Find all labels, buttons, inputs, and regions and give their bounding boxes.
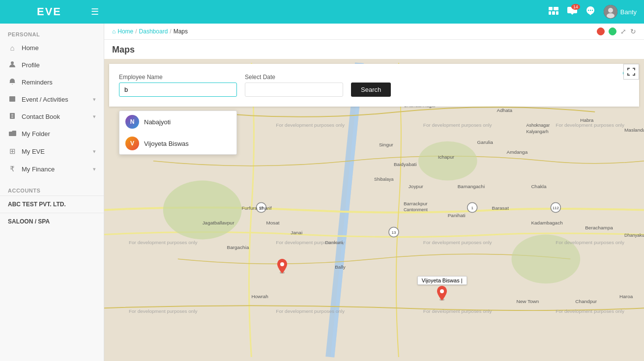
menu-toggle[interactable]: ☰: [91, 6, 99, 17]
sidebar-item-my-finance[interactable]: ₹ My Finance ▾: [0, 160, 104, 178]
breadcrumb-sep1: /: [135, 28, 137, 35]
svg-text:New Town: New Town: [516, 299, 539, 304]
search-button[interactable]: Search: [351, 83, 391, 97]
breadcrumb: ⌂ Home / Dashboard / Maps ⤢ ↻: [104, 24, 644, 40]
search-panel: Employee Name Select Date Search N: [109, 64, 639, 107]
breadcrumb-home-label[interactable]: Home: [117, 28, 133, 35]
sidebar-item-event-label: Event / Activities: [22, 96, 68, 103]
svg-rect-16: [9, 96, 15, 102]
svg-rect-0: [549, 7, 553, 10]
svg-point-84: [440, 289, 444, 293]
svg-text:For development purposes only: For development purposes only: [423, 240, 492, 245]
svg-text:112: 112: [553, 206, 559, 211]
svg-rect-4: [556, 11, 558, 15]
finance-chevron-icon: ▾: [93, 166, 96, 172]
fullscreen-button[interactable]: [623, 64, 639, 80]
suggestion-nabajyoti[interactable]: N Nabajyoti: [119, 111, 236, 133]
svg-marker-6: [571, 13, 574, 15]
svg-text:For development purposes only: For development purposes only: [276, 122, 345, 128]
svg-text:For development purposes only: For development purposes only: [276, 308, 345, 314]
my-eve-icon: ⊞: [8, 147, 17, 156]
messages-icon-btn[interactable]: 14: [567, 7, 577, 17]
card-icon-btn[interactable]: [549, 7, 558, 17]
profile-icon: [8, 61, 17, 69]
svg-point-9: [590, 9, 591, 10]
svg-text:Amdanga: Amdanga: [507, 149, 528, 155]
username-label: Banty: [620, 8, 637, 16]
map-pin-vijoyeta[interactable]: Vijoyeta Biswas |: [417, 276, 467, 301]
user-avatar[interactable]: Banty: [604, 5, 637, 19]
svg-text:Kalyangarh: Kalyangarh: [526, 129, 548, 134]
page-title: Maps: [112, 45, 135, 55]
bc-red-circle[interactable]: [597, 28, 605, 35]
svg-point-23: [418, 141, 477, 181]
event-icon: [8, 95, 17, 104]
home-icon: ⌂: [8, 44, 17, 52]
bc-green-circle[interactable]: [609, 28, 616, 35]
employee-name-group: Employee Name: [119, 74, 237, 97]
svg-text:For development purposes only: For development purposes only: [129, 240, 198, 245]
suggestion-vijoyeta[interactable]: V Vijoyeta Biswas: [119, 133, 236, 154]
account-abc-label: ABC TEST PVT. LTD.: [8, 201, 66, 208]
suggestions-dropdown: N Nabajyoti V Vijoyeta Biswas: [119, 111, 237, 155]
sidebar-item-my-eve[interactable]: ⊞ My EVE ▾: [0, 142, 104, 160]
svg-point-82: [280, 262, 284, 266]
event-chevron-icon: ▾: [93, 96, 96, 103]
svg-text:Ichapur: Ichapur: [438, 154, 455, 160]
svg-text:For development purposes only: For development purposes only: [276, 240, 345, 245]
account-abc-test[interactable]: ABC TEST PVT. LTD.: [0, 195, 104, 213]
svg-text:For development purposes only: For development purposes only: [129, 308, 198, 314]
app-brand: EVE: [7, 5, 91, 18]
sidebar-item-home[interactable]: ⌂ Home: [0, 39, 104, 56]
sidebar-item-event-activities[interactable]: Event / Activities ▾: [0, 91, 104, 108]
svg-text:Baidyabati: Baidyabati: [394, 162, 417, 167]
sidebar-item-profile-label: Profile: [22, 61, 40, 69]
sidebar-item-myeve-label: My EVE: [22, 148, 45, 155]
bc-expand-icon[interactable]: ⤢: [620, 28, 626, 35]
svg-text:Haroa: Haroa: [619, 294, 633, 299]
suggestion-nabajyoti-name: Nabajyoti: [144, 118, 171, 126]
svg-text:Maslandapur: Maslandapur: [624, 127, 644, 133]
breadcrumb-home-icon[interactable]: ⌂: [112, 28, 116, 35]
avatar-nabajyoti: N: [125, 115, 139, 129]
svg-point-14: [607, 13, 615, 18]
sidebar-item-reminders[interactable]: Reminders: [0, 74, 104, 91]
svg-text:For development purposes only: For development purposes only: [556, 308, 624, 314]
sidebar-item-contact-label: Contact Book: [22, 113, 60, 120]
sidebar-item-profile[interactable]: Profile: [0, 56, 104, 74]
chat-icon-btn[interactable]: [586, 6, 595, 18]
svg-rect-3: [552, 11, 555, 15]
finance-icon: ₹: [8, 165, 17, 173]
breadcrumb-dashboard[interactable]: Dashboard: [139, 28, 168, 35]
svg-marker-11: [588, 13, 592, 15]
svg-text:Bamangachi: Bamangachi: [458, 184, 485, 189]
svg-text:Furfura Sharif: Furfura Sharif: [241, 206, 271, 211]
svg-text:Dhanyakuria: Dhanyakuria: [624, 233, 644, 238]
sidebar-item-reminders-label: Reminders: [22, 79, 53, 86]
bc-refresh-icon[interactable]: ↻: [630, 28, 636, 35]
svg-text:For development purposes only: For development purposes only: [423, 122, 492, 128]
sidebar-item-my-folder[interactable]: My Folder: [0, 125, 104, 142]
reminders-icon: [8, 78, 17, 86]
svg-text:Jagatballavpur: Jagatballavpur: [203, 220, 235, 225]
sidebar-item-contact-book[interactable]: Contact Book ▾: [0, 108, 104, 125]
breadcrumb-sep2: /: [170, 28, 171, 35]
svg-text:Shibalaya: Shibalaya: [374, 177, 393, 182]
map-container: 15 13 1 112 Hooghly Chandannagar Natagra…: [104, 59, 644, 361]
contact-icon: [8, 112, 17, 121]
avatar-image: [604, 5, 617, 19]
account-saloon-spa[interactable]: SALOON / SPA: [0, 213, 104, 230]
myeve-chevron-icon: ▾: [93, 148, 96, 155]
map-pin-1[interactable]: [277, 259, 288, 274]
pin-label-vijoyeta: Vijoyeta Biswas |: [417, 276, 467, 285]
message-badge: 14: [571, 4, 580, 10]
account-saloon-label: SALOON / SPA: [8, 218, 50, 225]
svg-text:Janai: Janai: [291, 230, 302, 235]
date-label: Select Date: [245, 74, 343, 81]
employee-name-input[interactable]: [119, 83, 237, 97]
svg-rect-1: [554, 7, 558, 10]
date-group: Select Date: [245, 74, 343, 97]
suggestion-vijoyeta-name: Vijoyeta Biswas: [144, 140, 189, 147]
date-input[interactable]: [245, 83, 343, 97]
svg-text:Barasat: Barasat: [492, 206, 509, 211]
